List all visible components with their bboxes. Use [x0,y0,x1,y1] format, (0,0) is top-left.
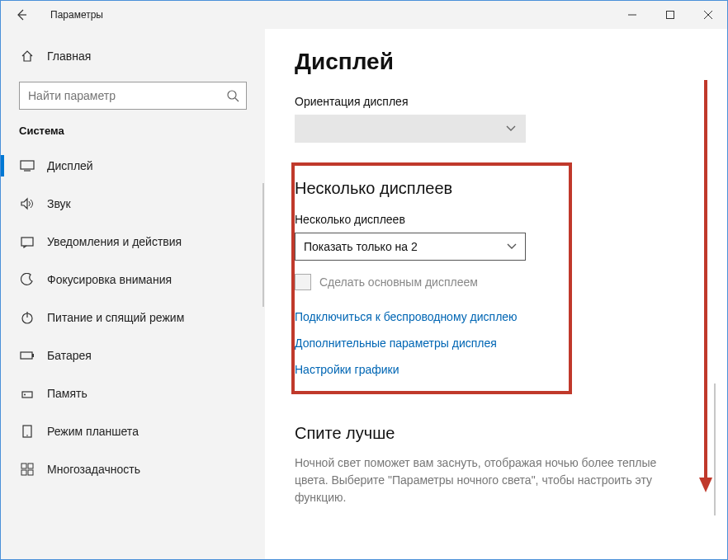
svg-point-17 [26,435,28,436]
svg-rect-9 [21,238,33,246]
sleep-better-title: Спите лучше [295,424,694,443]
chevron-down-icon [506,125,516,132]
search-field[interactable] [28,89,226,102]
home-button[interactable]: Главная [1,40,265,72]
multi-display-dropdown[interactable]: Показать только на 2 [295,233,526,261]
multi-display-title: Несколько дисплеев [295,179,554,198]
svg-rect-13 [32,354,34,357]
svg-point-5 [228,91,236,99]
minimize-button[interactable] [613,1,651,29]
svg-rect-19 [28,464,33,468]
svg-marker-23 [699,478,712,492]
maximize-button[interactable] [651,1,689,29]
svg-rect-20 [21,470,26,475]
nav-item-focus[interactable]: Фокусировка внимания [1,261,265,299]
orientation-label: Ориентация дисплея [295,95,694,108]
svg-rect-12 [21,352,32,359]
highlight-box: Несколько дисплеев Несколько дисплеев По… [291,162,572,394]
maximize-icon [666,11,674,19]
nav-item-display[interactable]: Дисплей [1,147,265,185]
nav-label: Режим планшета [47,425,139,438]
nav-item-notifications[interactable]: Уведомления и действия [1,223,265,261]
home-icon [19,49,35,63]
nav-item-multitask[interactable]: Многозадачность [1,450,265,488]
svg-rect-21 [28,470,33,475]
svg-rect-18 [21,464,26,468]
graphics-settings-link[interactable]: Настройки графики [295,363,554,376]
sound-icon [19,197,35,210]
category-title: Система [1,125,265,137]
content: Дисплей Ориентация дисплея Несколько дис… [265,29,727,559]
svg-line-6 [235,98,239,101]
tablet-icon [19,425,35,438]
nav-item-storage[interactable]: Память [1,374,265,412]
svg-point-15 [24,394,26,396]
wireless-display-link[interactable]: Подключиться к беспроводному дисплею [295,310,554,323]
main-display-checkbox[interactable] [295,274,311,290]
nav-label: Дисплей [47,159,93,172]
chevron-down-icon [507,243,517,250]
storage-icon [19,387,35,400]
nav-label: Уведомления и действия [47,235,182,248]
nav-label: Фокусировка внимания [47,273,172,286]
svg-rect-2 [667,12,674,19]
battery-icon [19,351,35,360]
orientation-dropdown[interactable] [295,115,526,143]
minimize-icon [628,11,636,19]
body: Главная Система Дисплей Звук [1,29,727,559]
main-display-checkbox-label: Сделать основным дисплеем [319,275,478,289]
settings-window: Параметры Главная Система [0,0,728,560]
focus-icon [19,273,35,286]
annotation-arrow-icon [699,80,712,492]
nav-item-sound[interactable]: Звук [1,185,265,223]
nav-list: Дисплей Звук Уведомления и действия [1,147,265,559]
power-icon [19,311,35,324]
dropdown-value: Показать только на 2 [304,240,418,253]
svg-rect-14 [22,392,32,398]
nav-label: Звук [47,197,71,210]
close-icon [704,11,712,19]
nav-label: Многозадачность [47,463,140,476]
multitask-icon [19,463,35,476]
sidebar-scrollbar[interactable] [262,183,264,307]
display-icon [19,159,35,172]
window-title: Параметры [50,9,103,21]
content-scrollbar[interactable] [714,384,716,515]
multi-display-label: Несколько дисплеев [295,213,554,226]
advanced-display-link[interactable]: Дополнительные параметры дисплея [295,336,554,350]
nav-item-tablet[interactable]: Режим планшета [1,412,265,450]
notifications-icon [19,235,35,248]
search-icon [226,89,239,102]
close-button[interactable] [689,1,727,29]
nav-label: Батарея [47,349,92,362]
home-label: Главная [47,49,91,63]
nav-item-battery[interactable]: Батарея [1,336,265,374]
nav-label: Память [47,387,87,400]
titlebar: Параметры [1,1,727,29]
search-input[interactable] [19,82,247,110]
sidebar: Главная Система Дисплей Звук [1,29,265,559]
nav-label: Питание и спящий режим [47,311,184,324]
main-display-checkbox-row: Сделать основным дисплеем [295,274,554,290]
back-button[interactable] [1,1,42,29]
sleep-better-desc: Ночной свет поможет вам заснуть, отображ… [295,454,691,506]
nav-item-power[interactable]: Питание и спящий режим [1,299,265,336]
back-arrow-icon [15,8,28,21]
page-title: Дисплей [295,49,694,75]
svg-rect-7 [21,161,34,169]
